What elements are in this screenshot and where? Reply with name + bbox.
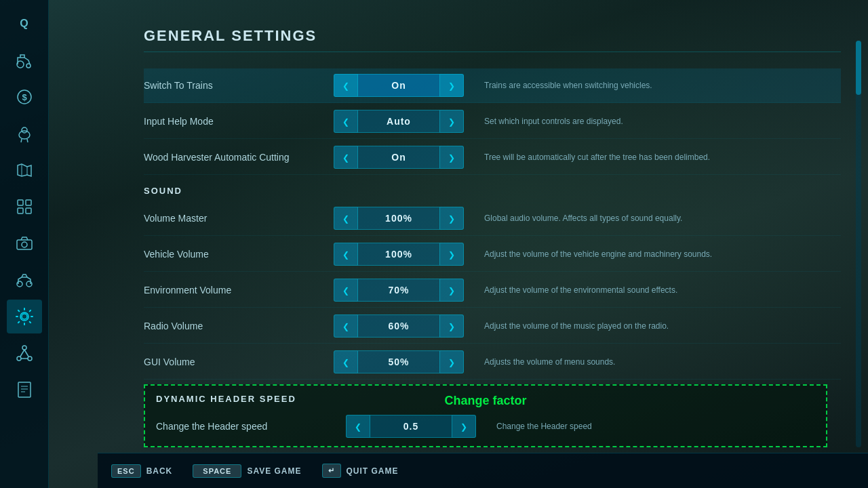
scrollbar-thumb[interactable] — [856, 41, 861, 95]
sound-section-header: SOUND — [144, 176, 841, 200]
switch-to-trains-value: On — [358, 74, 439, 97]
scrollbar[interactable] — [856, 41, 861, 447]
svg-point-4 — [19, 131, 30, 139]
setting-desc-volume-master: Global audio volume. Affects all types o… — [484, 214, 715, 223]
settings-list: Switch To Trains On Trains are accessibl… — [144, 68, 841, 380]
setting-label-vehicle-volume: Vehicle Volume — [144, 249, 334, 260]
sidebar-item-animal[interactable] — [7, 117, 42, 150]
sidebar-item-book[interactable] — [7, 373, 42, 407]
setting-desc-wood-harvester: Tree will be automatically cut after the… — [484, 152, 715, 162]
save-game-label: SAVE GAME — [247, 466, 301, 476]
radio-volume-value: 60% — [358, 314, 439, 338]
page-title: GENERAL SETTINGS — [144, 27, 841, 52]
sidebar-item-coin[interactable]: $ — [7, 80, 42, 114]
sidebar-item-settings[interactable] — [7, 300, 42, 333]
dynamic-item-control: 0.5 — [346, 415, 476, 438]
gui-volume-prev-button[interactable] — [334, 350, 358, 373]
setting-desc-radio-volume: Adjust the volume of the music played on… — [484, 321, 715, 331]
gui-volume-value: 50% — [358, 350, 439, 373]
sidebar-item-camera[interactable] — [7, 226, 42, 260]
input-help-mode-next-button[interactable] — [439, 110, 464, 133]
svg-text:$: $ — [22, 92, 27, 102]
setting-label-volume-master: Volume Master — [144, 213, 334, 224]
svg-rect-14 — [17, 240, 32, 249]
svg-point-22 — [28, 357, 32, 361]
setting-control-radio-volume: 60% — [334, 314, 464, 338]
setting-row-input-help-mode: Input Help Mode Auto Set which input con… — [144, 104, 841, 139]
input-help-mode-prev-button[interactable] — [334, 110, 358, 133]
svg-point-17 — [26, 281, 32, 287]
svg-rect-11 — [26, 200, 31, 205]
volume-master-next-button[interactable] — [439, 207, 464, 230]
setting-row-vehicle-volume: Vehicle Volume 100% Adjust the volume of… — [144, 237, 841, 272]
switch-to-trains-next-button[interactable] — [439, 74, 464, 97]
svg-point-5 — [22, 127, 27, 133]
sidebar-item-q[interactable]: Q — [7, 7, 42, 41]
main-content: GENERAL SETTINGS Switch To Trains On Tra… — [49, 0, 868, 488]
setting-row-gui-volume: GUI Volume 50% Adjusts the volume of men… — [144, 345, 841, 380]
svg-point-21 — [17, 357, 21, 361]
dynamic-header-speed-section: DYNAMIC HEADER SPEED Change factor Chang… — [144, 384, 827, 447]
back-label: BACK — [146, 466, 173, 476]
setting-label-gui-volume: GUI Volume — [144, 357, 334, 367]
back-button[interactable]: ESC BACK — [111, 464, 172, 478]
environment-volume-value: 70% — [358, 279, 439, 302]
setting-control-volume-master: 100% — [334, 207, 464, 230]
svg-rect-26 — [18, 382, 31, 397]
setting-row-switch-to-trains: Switch To Trains On Trains are accessibl… — [144, 68, 841, 103]
sidebar-item-atv[interactable] — [7, 263, 42, 297]
sidebar-item-multiplayer[interactable] — [7, 190, 42, 224]
switch-to-trains-prev-button[interactable] — [334, 74, 358, 97]
dynamic-section-subtitle: Change factor — [444, 394, 526, 408]
sidebar-item-tractor[interactable] — [7, 43, 42, 77]
svg-line-7 — [27, 139, 28, 142]
wood-harvester-prev-button[interactable] — [334, 146, 358, 169]
setting-desc-environment-volume: Adjust the volume of the environmental s… — [484, 285, 715, 295]
svg-rect-13 — [26, 208, 31, 214]
environment-volume-next-button[interactable] — [439, 279, 464, 302]
bottom-bar: ESC BACK SPACE SAVE GAME ↵ QUIT GAME — [98, 453, 868, 488]
svg-point-20 — [22, 346, 26, 350]
svg-line-23 — [20, 350, 24, 357]
setting-label-switch-to-trains: Switch To Trains — [144, 80, 334, 91]
dynamic-section-row: Change the Header speed 0.5 Change the H… — [156, 415, 815, 438]
sidebar-item-network[interactable] — [7, 336, 42, 370]
svg-rect-10 — [18, 200, 23, 205]
input-help-mode-value: Auto — [358, 110, 439, 133]
save-game-button[interactable]: SPACE SAVE GAME — [193, 464, 301, 478]
dynamic-item-next-button[interactable] — [452, 415, 476, 438]
setting-control-environment-volume: 70% — [334, 279, 464, 302]
gui-volume-next-button[interactable] — [439, 350, 464, 373]
dynamic-item-prev-button[interactable] — [346, 415, 370, 438]
setting-control-wood-harvester: On — [334, 146, 464, 169]
environment-volume-prev-button[interactable] — [334, 279, 358, 302]
wood-harvester-next-button[interactable] — [439, 146, 464, 169]
setting-label-environment-volume: Environment Volume — [144, 285, 334, 296]
space-key-badge: SPACE — [193, 464, 241, 478]
setting-row-volume-master: Volume Master 100% Global audio volume. … — [144, 201, 841, 236]
setting-row-wood-harvester: Wood Harvester Automatic Cutting On Tree… — [144, 140, 841, 175]
setting-control-switch-to-trains: On — [334, 74, 464, 97]
radio-volume-next-button[interactable] — [439, 314, 464, 338]
setting-desc-gui-volume: Adjusts the volume of menu sounds. — [484, 357, 715, 367]
esc-key-badge: ESC — [111, 464, 141, 478]
vehicle-volume-next-button[interactable] — [439, 243, 464, 266]
setting-control-gui-volume: 50% — [334, 350, 464, 373]
setting-desc-vehicle-volume: Adjust the volume of the vehicle engine … — [484, 249, 715, 259]
radio-volume-prev-button[interactable] — [334, 314, 358, 338]
dynamic-item-label: Change the Header speed — [156, 421, 346, 432]
vehicle-volume-prev-button[interactable] — [334, 243, 358, 266]
setting-label-input-help-mode: Input Help Mode — [144, 116, 334, 127]
volume-master-prev-button[interactable] — [334, 207, 358, 230]
dynamic-item-desc: Change the Header speed — [496, 422, 727, 431]
svg-line-24 — [24, 350, 28, 357]
quit-game-label: QUIT GAME — [347, 466, 399, 476]
sidebar-item-map[interactable] — [7, 153, 42, 187]
quit-game-button[interactable]: ↵ QUIT GAME — [322, 464, 399, 478]
setting-control-input-help-mode: Auto — [334, 110, 464, 133]
volume-master-value: 100% — [358, 207, 439, 230]
content-area: GENERAL SETTINGS Switch To Trains On Tra… — [49, 0, 868, 488]
setting-desc-switch-to-trains: Trains are accessible when switching veh… — [484, 81, 715, 90]
setting-label-radio-volume: Radio Volume — [144, 321, 334, 331]
setting-label-wood-harvester: Wood Harvester Automatic Cutting — [144, 152, 334, 163]
